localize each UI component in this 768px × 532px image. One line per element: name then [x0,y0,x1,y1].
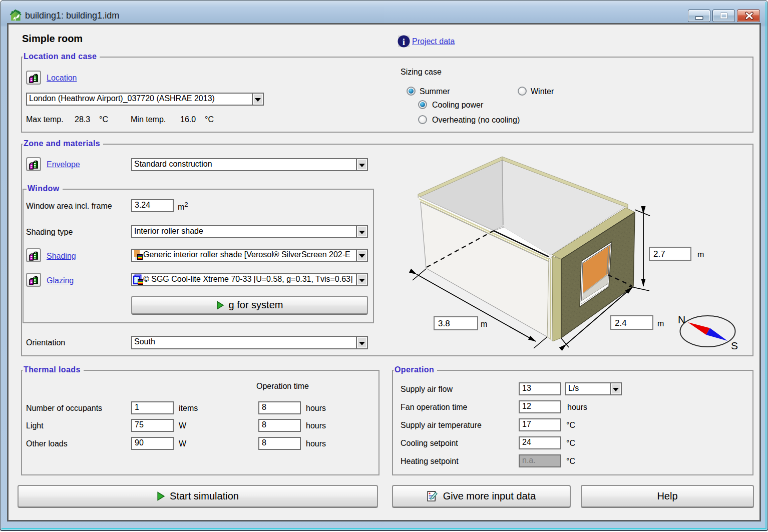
svg-text:2.7: 2.7 [653,249,665,259]
svg-text:m: m [657,319,664,328]
svg-text:i: i [403,37,405,47]
svg-text:N: N [678,314,685,325]
svg-text:3.8: 3.8 [438,319,450,328]
svg-text:S: S [731,340,738,351]
svg-text:m: m [481,320,487,328]
svg-text:2.4: 2.4 [615,318,627,328]
svg-text:m: m [697,250,704,259]
